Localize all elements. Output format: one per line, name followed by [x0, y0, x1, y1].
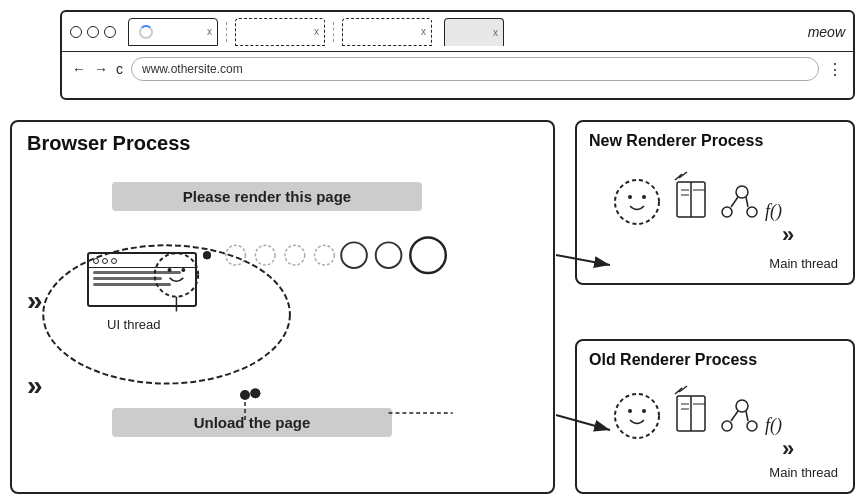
menu-button[interactable]: ⋮	[827, 60, 843, 79]
tab-dashed-2[interactable]: x	[342, 18, 432, 46]
tab-separator-2	[333, 22, 334, 42]
tab-bar: x x x x meow	[62, 12, 853, 52]
browser-chrome: x x x x meow ← → c www.othersite.com ⋮	[60, 10, 855, 100]
tab-spinner	[139, 25, 153, 39]
tab-active[interactable]: x	[444, 18, 504, 46]
svg-line-53	[556, 415, 610, 430]
tab-close-2[interactable]: x	[314, 26, 319, 37]
tab-close-active[interactable]: x	[493, 27, 498, 38]
tab-separator-1	[226, 22, 227, 42]
tab-close[interactable]: x	[207, 26, 212, 37]
window-btn-close[interactable]	[70, 26, 82, 38]
diagram-area: Browser Process UI thread Please render …	[0, 110, 865, 504]
tab-dashed-1[interactable]: x	[235, 18, 325, 46]
tab-close-3[interactable]: x	[421, 26, 426, 37]
back-button[interactable]: ←	[72, 61, 86, 77]
address-text: www.othersite.com	[142, 62, 243, 76]
reload-button[interactable]: c	[116, 61, 123, 77]
forward-button[interactable]: →	[94, 61, 108, 77]
window-btn-min[interactable]	[87, 26, 99, 38]
meow-label: meow	[808, 24, 845, 40]
connection-arrows-svg	[0, 110, 865, 504]
window-controls	[70, 26, 116, 38]
svg-line-52	[556, 255, 610, 265]
tab-loading[interactable]: x	[128, 18, 218, 46]
address-bar[interactable]: www.othersite.com	[131, 57, 819, 81]
window-btn-max[interactable]	[104, 26, 116, 38]
address-bar-row: ← → c www.othersite.com ⋮	[62, 52, 853, 86]
